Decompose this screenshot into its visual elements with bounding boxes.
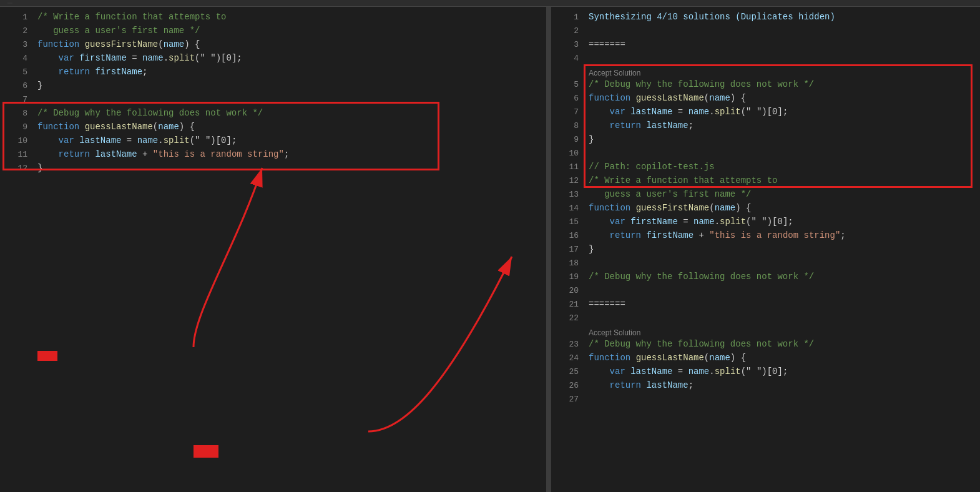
line-content: return firstName;	[37, 67, 147, 77]
line-content: return lastName + "this is a random stri…	[37, 149, 289, 159]
line-number: 2	[556, 26, 579, 36]
table-row: 19/* Debug why the following does not wo…	[551, 272, 980, 285]
line-number: 3	[5, 40, 27, 49]
line-number: 15	[556, 217, 579, 227]
line-content: function guessFirstName(name) {	[37, 39, 200, 49]
line-content: }	[37, 163, 42, 173]
line-number: 13	[556, 190, 579, 199]
table-row: 2 guess a user's first name */	[0, 26, 546, 39]
line-number: 1	[556, 12, 579, 22]
line-number: 2	[5, 26, 27, 36]
table-row: 9}	[551, 134, 980, 148]
line-number: 17	[556, 245, 579, 254]
table-row: 11 return lastName + "this is a random s…	[0, 149, 546, 163]
table-row: 8/* Debug why the following does not wor…	[0, 108, 546, 122]
line-content: var lastName = name.split(" ")[0];	[37, 135, 237, 145]
table-row: 4	[551, 53, 980, 67]
line-number: 11	[556, 162, 579, 172]
table-row: 15 var firstName = name.split(" ")[0];	[551, 217, 980, 230]
table-row: 21=======	[551, 299, 980, 313]
line-content: function guessLastName(name) {	[589, 353, 746, 363]
line-content: =======	[589, 299, 625, 309]
table-row: 27	[551, 394, 980, 408]
line-content	[589, 258, 594, 268]
line-content: guess a user's first name */	[37, 26, 200, 36]
line-number: 4	[556, 54, 579, 63]
line-number: 21	[556, 300, 579, 309]
table-row: 10	[551, 148, 980, 162]
table-row: 8 return lastName;	[551, 121, 980, 134]
table-row: 6function guessLastName(name) {	[551, 93, 980, 107]
table-row: 5 return firstName;	[0, 67, 546, 81]
line-content: return firstName + "this is a random str…	[589, 230, 846, 240]
table-row: 7	[0, 94, 546, 108]
table-row: 25 var lastName = name.split(" ")[0];	[551, 367, 980, 380]
table-row: 1/* Write a function that attempts to	[0, 12, 546, 26]
line-number: 5	[556, 80, 579, 89]
line-content	[589, 394, 594, 404]
line-content: function guessLastName(name) {	[37, 122, 195, 132]
line-content: // Path: copilot-test.js	[589, 162, 715, 172]
line-content: var firstName = name.split(" ")[0];	[589, 217, 793, 227]
line-number: 6	[556, 94, 579, 103]
line-number: 6	[5, 81, 27, 91]
line-number: 9	[5, 122, 27, 132]
line-content: }	[37, 81, 42, 91]
line-number: 3	[556, 40, 579, 49]
line-number: 18	[556, 258, 579, 268]
line-content: /* Write a function that attempts to	[37, 12, 226, 22]
line-content: /* Write a function that attempts to	[589, 175, 777, 185]
left-code-editor: 1/* Write a function that attempts to2 g…	[0, 7, 546, 182]
table-row: 12/* Write a function that attempts to	[551, 175, 980, 189]
line-number: 26	[556, 381, 579, 390]
table-row: 3function guessFirstName(name) {	[0, 39, 546, 53]
line-content: function guessLastName(name) {	[589, 93, 746, 103]
line-number: 14	[556, 204, 579, 213]
line-content: return lastName;	[589, 380, 693, 390]
line-content: return lastName;	[589, 121, 693, 130]
line-number: 23	[556, 340, 579, 349]
line-content	[589, 148, 594, 158]
js-icon	[7, 2, 12, 4]
line-number: 27	[556, 395, 579, 404]
table-row: 18	[551, 258, 980, 272]
left-panel: 1/* Write a function that attempts to2 g…	[0, 7, 546, 492]
line-content: /* Debug why the following does not work…	[589, 79, 814, 89]
main-area: 1/* Write a function that attempts to2 g…	[0, 7, 980, 492]
copilot-label	[194, 445, 218, 458]
accept-solution-label[interactable]: Accept Solution	[589, 69, 640, 77]
line-content: guess a user's first name */	[589, 189, 751, 199]
table-row: 10 var lastName = name.split(" ")[0];	[0, 135, 546, 149]
line-number: 16	[556, 231, 579, 240]
line-number: 25	[556, 367, 579, 376]
table-row: 4 var firstName = name.split(" ")[0];	[0, 53, 546, 67]
line-number: 5	[5, 67, 27, 77]
line-content: /* Debug why the following does not work…	[589, 272, 814, 282]
line-content: }	[589, 244, 594, 254]
line-number: 1	[5, 12, 27, 22]
line-content: /* Debug why the following does not work…	[589, 339, 814, 349]
table-row: 11// Path: copilot-test.js	[551, 162, 980, 175]
table-row: 1Synthesizing 4/10 solutions (Duplicates…	[551, 12, 980, 26]
accept-solution-label[interactable]: Accept Solution	[589, 328, 640, 337]
line-content: var lastName = name.split(" ")[0];	[589, 107, 788, 117]
table-row: 26 return lastName;	[551, 380, 980, 394]
line-content	[589, 53, 594, 63]
table-row: 23/* Debug why the following does not wo…	[551, 339, 980, 353]
line-number: 11	[5, 150, 27, 159]
panel-divider	[546, 7, 551, 492]
line-number: 4	[5, 54, 27, 63]
line-content: var firstName = name.split(" ")[0];	[37, 53, 242, 63]
line-number: 8	[556, 121, 579, 130]
line-content: /* Debug why the following does not work…	[37, 108, 263, 118]
table-row: 13 guess a user's first name */	[551, 189, 980, 203]
line-number: 7	[5, 95, 27, 104]
line-number: 7	[556, 107, 579, 117]
top-bar	[0, 0, 980, 7]
line-content	[589, 313, 594, 323]
line-number: 8	[5, 109, 27, 118]
line-content	[589, 26, 594, 36]
table-row: 24function guessLastName(name) {	[551, 353, 980, 367]
table-row: 17}	[551, 244, 980, 258]
line-content: =======	[589, 39, 625, 49]
